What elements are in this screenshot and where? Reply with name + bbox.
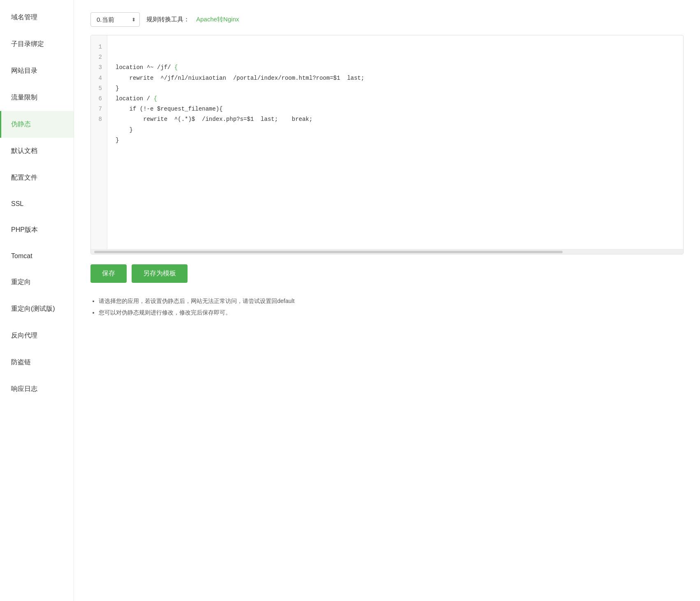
line-number-2: 2: [96, 52, 102, 62]
sidebar-item-subdir-bind[interactable]: 子目录绑定: [0, 31, 74, 58]
sidebar-item-default-doc[interactable]: 默认文档: [0, 138, 74, 164]
sidebar-item-pseudo-static[interactable]: 伪静态: [0, 111, 74, 138]
rule-convert-link[interactable]: Apache转Nginx: [196, 16, 239, 23]
sidebar-item-tomcat[interactable]: Tomcat: [0, 243, 74, 269]
scrollbar-area[interactable]: [91, 249, 683, 254]
sidebar-item-site-dir[interactable]: 网站目录: [0, 58, 74, 84]
code-content[interactable]: location ^~ /jf/ { rewrite ^/jf/nl/niuxi…: [107, 35, 683, 249]
version-select-wrapper[interactable]: 0.当前 ⬍: [90, 12, 140, 27]
sidebar-item-hotlink-protect[interactable]: 防盗链: [0, 349, 74, 376]
line-number-1: 1: [96, 42, 102, 52]
code-editor-wrapper: 12345678 location ^~ /jf/ { rewrite ^/jf…: [90, 35, 684, 254]
save-template-button[interactable]: 另存为模板: [132, 264, 188, 283]
sidebar-item-reverse-proxy[interactable]: 反向代理: [0, 322, 74, 349]
code-line-1: location ^~ /jf/ {: [116, 62, 675, 73]
sidebar: 域名管理子目录绑定网站目录流量限制伪静态默认文档配置文件SSLPHP版本Tomc…: [0, 0, 74, 601]
scrollbar-thumb: [94, 251, 563, 253]
action-buttons: 保存 另存为模板: [90, 264, 684, 283]
line-number-7: 7: [96, 104, 102, 114]
sidebar-item-traffic-limit[interactable]: 流量限制: [0, 84, 74, 111]
line-number-5: 5: [96, 83, 102, 94]
code-line-3: }: [116, 83, 675, 94]
sidebar-item-response-log[interactable]: 响应日志: [0, 376, 74, 402]
code-line-2: rewrite ^/jf/nl/niuxiaotian /portal/inde…: [116, 73, 675, 83]
main-content: 0.当前 ⬍ 规则转换工具： Apache转Nginx 12345678 loc…: [74, 0, 700, 601]
code-line-4: location / {: [116, 94, 675, 104]
code-line-7: }: [116, 125, 675, 135]
code-line-6: rewrite ^(.*)$ /index.php?s=$1 last; bre…: [116, 114, 675, 125]
rule-convert-label: 规则转换工具：: [146, 16, 190, 23]
code-line-8: }: [116, 135, 675, 146]
line-number-8: 8: [96, 114, 102, 125]
sidebar-item-php-version[interactable]: PHP版本: [0, 217, 74, 243]
sidebar-item-config-file[interactable]: 配置文件: [0, 164, 74, 191]
tip-item-2: 您可以对伪静态规则进行修改，修改完后保存即可。: [99, 307, 684, 318]
save-button[interactable]: 保存: [90, 264, 127, 283]
sidebar-item-ssl[interactable]: SSL: [0, 191, 74, 217]
tips-list: 请选择您的应用，若设置伪静态后，网站无法正常访问，请尝试设置回default您可…: [90, 295, 684, 318]
sidebar-item-redirect[interactable]: 重定向: [0, 269, 74, 296]
line-number-4: 4: [96, 73, 102, 83]
tip-item-1: 请选择您的应用，若设置伪静态后，网站无法正常访问，请尝试设置回default: [99, 295, 684, 307]
line-numbers: 12345678: [91, 35, 107, 249]
sidebar-item-domain-manage[interactable]: 域名管理: [0, 4, 74, 31]
code-editor[interactable]: 12345678 location ^~ /jf/ { rewrite ^/jf…: [91, 35, 683, 249]
code-line-5: if (!-e $request_filename){: [116, 104, 675, 114]
line-number-6: 6: [96, 94, 102, 104]
version-select[interactable]: 0.当前: [90, 12, 140, 27]
sidebar-item-redirect-test[interactable]: 重定向(测试版): [0, 296, 74, 322]
line-number-3: 3: [96, 62, 102, 73]
toolbar: 0.当前 ⬍ 规则转换工具： Apache转Nginx: [90, 12, 684, 27]
